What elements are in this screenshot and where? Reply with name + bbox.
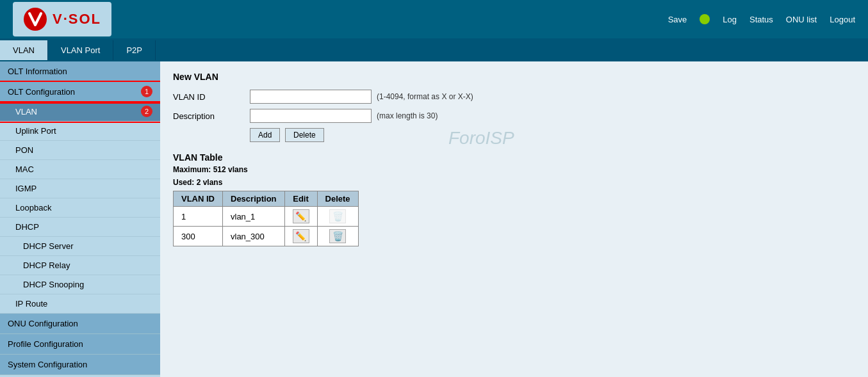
- vlan-table: VLAN ID Description Edit Delete 1vlan_1✏…: [173, 191, 359, 246]
- sidebar-item-loopback[interactable]: Loopback: [0, 198, 160, 218]
- delete-cell[interactable]: 🗑️: [317, 227, 358, 246]
- delete-row-button[interactable]: 🗑️: [329, 229, 346, 243]
- status-link[interactable]: Status: [749, 15, 773, 24]
- sidebar-item-vlan[interactable]: VLAN 2: [0, 102, 160, 122]
- col-edit: Edit: [284, 191, 317, 207]
- delete-button[interactable]: Delete: [285, 128, 324, 142]
- sidebar-label-profile-configuration: Profile Configuration: [8, 339, 83, 349]
- sidebar-label-uplink-port: Uplink Port: [15, 126, 56, 136]
- vsol-logo-icon: [23, 7, 47, 31]
- sidebar-label-dhcp-snooping: DHCP Snooping: [23, 280, 84, 289]
- status-indicator: [700, 14, 710, 24]
- new-vlan-title: New VLAN: [173, 72, 855, 82]
- sidebar-item-dhcp-snooping[interactable]: DHCP Snooping: [0, 275, 160, 294]
- logo-area: V·SOL: [13, 2, 111, 36]
- description-cell: vlan_1: [223, 207, 285, 227]
- description-row: Description (max length is 30): [173, 109, 855, 123]
- description-cell: vlan_300: [223, 227, 285, 246]
- add-button[interactable]: Add: [250, 128, 280, 142]
- sidebar-item-mac[interactable]: MAC: [0, 160, 160, 179]
- sidebar-item-onu-configuration[interactable]: ONU Configuration: [0, 314, 160, 334]
- sidebar-item-system-configuration[interactable]: System Configuration: [0, 355, 160, 375]
- log-link[interactable]: Log: [723, 15, 737, 24]
- save-button[interactable]: Save: [668, 15, 687, 24]
- sidebar-label-pon: PON: [15, 145, 33, 155]
- onu-list-link[interactable]: ONU list: [786, 15, 817, 24]
- content-area: ForoISP New VLAN VLAN ID (1-4094, format…: [160, 61, 868, 377]
- sidebar-label-dhcp-server: DHCP Server: [23, 241, 74, 251]
- table-row: 1vlan_1✏️🗑️: [174, 207, 359, 227]
- sidebar-label-vlan: VLAN: [15, 107, 37, 116]
- sidebar-label-olt-configuration: OLT Configuration: [8, 87, 75, 97]
- sidebar-label-olt-information: OLT Information: [8, 67, 67, 76]
- vlan-id-label: VLAN ID: [173, 92, 250, 102]
- vlan-table-title: VLAN Table: [173, 152, 855, 163]
- vlan-id-hint: (1-4094, format as X or X-X): [377, 92, 473, 101]
- sidebar-label-dhcp-relay: DHCP Relay: [23, 261, 70, 270]
- col-vlan-id: VLAN ID: [174, 191, 223, 207]
- vlan-used-info: Used: 2 vlans: [173, 178, 855, 187]
- sidebar-label-mac: MAC: [15, 164, 34, 174]
- description-hint: (max length is 30): [377, 111, 438, 120]
- sidebar-label-ip-route: IP Route: [15, 299, 47, 309]
- tab-p2p[interactable]: P2P: [113, 40, 156, 60]
- header-right: Save Log Status ONU list Logout: [668, 14, 855, 24]
- edit-button[interactable]: ✏️: [293, 209, 309, 223]
- sidebar-item-dhcp-server[interactable]: DHCP Server: [0, 237, 160, 256]
- form-buttons: Add Delete: [250, 128, 855, 142]
- sidebar-item-olt-configuration[interactable]: OLT Configuration 1: [0, 82, 160, 102]
- description-input[interactable]: [250, 109, 372, 123]
- sidebar: OLT Information OLT Configuration 1 VLAN…: [0, 61, 160, 377]
- sidebar-item-igmp[interactable]: IGMP: [0, 179, 160, 198]
- logout-link[interactable]: Logout: [830, 15, 855, 24]
- sidebar-item-ip-route[interactable]: IP Route: [0, 294, 160, 314]
- tab-vlan-port[interactable]: VLAN Port: [48, 40, 113, 60]
- badge-vlan: 2: [141, 106, 152, 117]
- edit-cell[interactable]: ✏️: [284, 227, 317, 246]
- sidebar-item-pon[interactable]: PON: [0, 141, 160, 160]
- sidebar-label-igmp: IGMP: [15, 184, 37, 193]
- vlan-id-input[interactable]: [250, 90, 372, 104]
- badge-olt-configuration: 1: [141, 86, 152, 97]
- vlan-id-cell: 300: [174, 227, 223, 246]
- sidebar-item-profile-configuration[interactable]: Profile Configuration: [0, 334, 160, 355]
- edit-cell[interactable]: ✏️: [284, 207, 317, 227]
- sidebar-item-olt-information[interactable]: OLT Information: [0, 61, 160, 82]
- logo-text: V·SOL: [53, 11, 101, 28]
- edit-button[interactable]: ✏️: [293, 229, 309, 243]
- tab-vlan[interactable]: VLAN: [0, 40, 48, 60]
- delete-cell[interactable]: 🗑️: [317, 207, 358, 227]
- svg-point-0: [24, 8, 47, 31]
- table-row: 300vlan_300✏️🗑️: [174, 227, 359, 246]
- delete-row-button: 🗑️: [329, 209, 346, 223]
- sidebar-label-system-configuration: System Configuration: [8, 360, 87, 369]
- header: V·SOL Save Log Status ONU list Logout: [0, 0, 868, 38]
- description-label: Description: [173, 111, 250, 121]
- vlan-id-row: VLAN ID (1-4094, format as X or X-X): [173, 90, 855, 104]
- main-layout: OLT Information OLT Configuration 1 VLAN…: [0, 61, 868, 377]
- col-delete: Delete: [317, 191, 358, 207]
- col-description: Description: [223, 191, 285, 207]
- tab-bar: VLAN VLAN Port P2P: [0, 38, 868, 61]
- sidebar-item-dhcp-relay[interactable]: DHCP Relay: [0, 256, 160, 275]
- vlan-max-info: Maximum: 512 vlans: [173, 165, 855, 174]
- vlan-id-cell: 1: [174, 207, 223, 227]
- sidebar-item-uplink-port[interactable]: Uplink Port: [0, 122, 160, 141]
- sidebar-label-onu-configuration: ONU Configuration: [8, 319, 78, 328]
- sidebar-label-dhcp: DHCP: [15, 222, 39, 232]
- sidebar-label-loopback: Loopback: [15, 203, 51, 213]
- sidebar-item-dhcp[interactable]: DHCP: [0, 218, 160, 237]
